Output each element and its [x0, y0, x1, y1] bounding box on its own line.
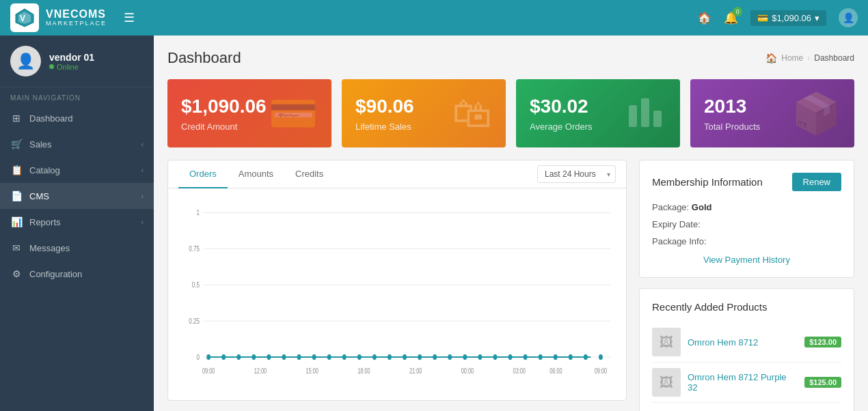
- topnav-right-icons: 🏠 🔔 0 💳 $1,090.06 ▾ 👤: [697, 8, 858, 27]
- sidebar-item-label: Dashboard: [29, 113, 144, 124]
- logo-icon: V: [10, 3, 39, 32]
- svg-text:1: 1: [196, 208, 200, 217]
- sidebar-item-catalog[interactable]: 📋 Catalog ‹: [0, 157, 154, 183]
- sidebar-item-reports[interactable]: 📊 Reports ‹: [0, 209, 154, 235]
- time-filter-select[interactable]: Last 24 Hours Last 7 Days Last 30 Days: [537, 165, 616, 183]
- sidebar-item-label: Messages: [29, 243, 144, 253]
- svg-point-41: [584, 354, 588, 360]
- sidebar-item-label: Reports: [29, 217, 135, 227]
- renew-button[interactable]: Renew: [792, 173, 841, 191]
- balance-button[interactable]: 💳 $1,090.06 ▾: [750, 10, 826, 26]
- package-row: Package: Gold: [652, 202, 841, 212]
- sidebar-item-label: CMS: [29, 191, 135, 201]
- svg-point-21: [282, 354, 286, 360]
- sales-icon: 🛒: [10, 139, 23, 150]
- tab-amounts[interactable]: Amounts: [228, 160, 284, 188]
- sidebar-item-label: Catalog: [29, 165, 135, 175]
- sidebar-item-sales[interactable]: 🛒 Sales ‹: [0, 131, 154, 157]
- product-name-link[interactable]: Omron Hem 8712: [688, 337, 798, 348]
- home-icon[interactable]: 🏠: [697, 11, 711, 25]
- svg-point-25: [342, 354, 347, 360]
- stat-card-orders: $30.02 Average Orders: [516, 79, 680, 147]
- svg-point-28: [388, 354, 392, 360]
- svg-point-31: [433, 354, 437, 360]
- package-value: Gold: [692, 202, 712, 212]
- status-dot: [49, 64, 54, 69]
- svg-point-38: [539, 354, 543, 360]
- svg-point-19: [252, 354, 256, 360]
- svg-text:06:00: 06:00: [550, 367, 562, 375]
- product-item: 🖼 Omron Hem 8712 $123.00: [652, 322, 841, 363]
- stat-card-products: 2013 Total Products 📦: [690, 79, 854, 147]
- svg-text:12:00: 12:00: [254, 367, 267, 375]
- svg-text:09:00: 09:00: [202, 367, 215, 375]
- notification-badge: 0: [733, 7, 742, 16]
- tab-credits[interactable]: Credits: [284, 160, 334, 188]
- hamburger-button[interactable]: ☰: [120, 7, 138, 29]
- balance-icon: 💳: [757, 13, 768, 23]
- shopping-bag-icon: 🛍: [452, 94, 492, 133]
- svg-point-36: [508, 354, 513, 360]
- view-payment-link[interactable]: View Payment History: [652, 255, 841, 265]
- svg-text:V: V: [20, 14, 25, 23]
- sidebar: 👤 vendor 01 Online MAIN NAVIGATION ⊞ Das…: [0, 36, 154, 411]
- sidebar-user-profile: 👤 vendor 01 Online: [0, 36, 154, 87]
- tab-orders[interactable]: Orders: [178, 160, 228, 188]
- content-wrapper: Orders Amounts Credits Last 24 Hours Las…: [167, 160, 854, 411]
- svg-point-40: [569, 354, 573, 360]
- svg-text:0.75: 0.75: [189, 244, 200, 253]
- sidebar-item-dashboard[interactable]: ⊞ Dashboard: [0, 105, 154, 131]
- expiry-label: Expiry Date:: [652, 219, 701, 229]
- svg-rect-4: [641, 98, 649, 127]
- product-price-badge: $125.00: [804, 377, 841, 388]
- svg-text:03:00: 03:00: [513, 367, 526, 375]
- sidebar-item-configuration[interactable]: ⚙ Configuration: [0, 261, 154, 287]
- balance-dropdown-icon: ▾: [815, 13, 819, 23]
- svg-text:0.25: 0.25: [189, 317, 200, 326]
- box-icon: 📦: [791, 94, 841, 133]
- recently-added-title: Recently Added Products: [652, 301, 841, 313]
- svg-point-33: [463, 354, 467, 360]
- stat-card-lifetime: $90.06 Lifetime Sales 🛍: [342, 79, 506, 147]
- online-status: Online: [49, 63, 94, 71]
- average-orders-label: Average Orders: [530, 122, 593, 132]
- user-menu-button[interactable]: 👤: [839, 8, 858, 27]
- svg-point-27: [372, 354, 377, 360]
- reports-icon: 📊: [10, 216, 23, 227]
- recently-added-card: Recently Added Products 🖼 Omron Hem 8712…: [639, 288, 854, 411]
- sidebar-item-label: Sales: [29, 139, 135, 150]
- page-title: Dashboard: [167, 49, 241, 67]
- breadcrumb: 🏠 Home › Dashboard: [765, 53, 854, 63]
- username-label: vendor 01: [49, 52, 94, 63]
- svg-text:21:00: 21:00: [409, 367, 422, 375]
- time-filter-wrapper: Last 24 Hours Last 7 Days Last 30 Days: [537, 165, 616, 183]
- stat-cards-grid: $1,090.06 Credit Amount 💳 $90.06 Lifetim…: [167, 79, 854, 147]
- svg-point-23: [312, 354, 316, 360]
- breadcrumb-home-link[interactable]: Home: [781, 53, 803, 63]
- svg-rect-5: [653, 111, 662, 127]
- svg-point-39: [554, 354, 558, 360]
- sidebar-item-messages[interactable]: ✉ Messages: [0, 235, 154, 261]
- breadcrumb-current: Dashboard: [814, 53, 854, 63]
- product-thumbnail: 🖼: [652, 328, 681, 356]
- product-name-link[interactable]: Omron Hem 8712 Purple 32: [688, 372, 798, 393]
- sidebar-item-label: Configuration: [29, 269, 144, 279]
- svg-rect-3: [629, 105, 637, 127]
- chevron-icon: ‹: [141, 218, 144, 226]
- average-orders-value: $30.02: [530, 96, 593, 117]
- chevron-icon: ‹: [141, 141, 144, 148]
- expiry-row: Expiry Date:: [652, 219, 841, 229]
- notification-bell-icon[interactable]: 🔔 0: [724, 11, 738, 25]
- logo[interactable]: V VNECOMS MARKETPLACE: [10, 3, 107, 32]
- total-products-label: Total Products: [704, 122, 760, 132]
- svg-text:0: 0: [196, 353, 200, 362]
- svg-point-29: [403, 354, 407, 360]
- chart-filter-area: Last 24 Hours Last 7 Days Last 30 Days: [537, 165, 616, 183]
- sidebar-item-cms[interactable]: 📄 CMS ‹: [0, 183, 154, 209]
- bar-chart-icon: [625, 91, 666, 135]
- chart-tabs: Orders Amounts Credits Last 24 Hours Las…: [168, 160, 626, 188]
- chevron-icon: ‹: [141, 167, 144, 174]
- nav-section-label: MAIN NAVIGATION: [0, 87, 154, 105]
- catalog-icon: 📋: [10, 165, 23, 175]
- svg-text:18:00: 18:00: [357, 367, 370, 375]
